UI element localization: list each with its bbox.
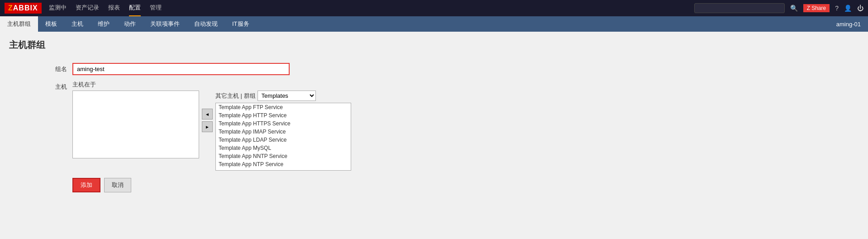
logout-icon[interactable]: ⏻ bbox=[857, 5, 863, 12]
subnav-event-correlation[interactable]: 关联项事件 bbox=[143, 16, 187, 32]
list-item[interactable]: Template App NTP Service bbox=[216, 160, 351, 168]
list-item[interactable]: Template App IMAP Service bbox=[216, 128, 351, 136]
user-icon[interactable]: 👤 bbox=[844, 5, 852, 12]
list-item[interactable]: Template App NNTP Service bbox=[216, 152, 351, 160]
hosts-in-group-listbox[interactable] bbox=[72, 91, 199, 158]
form-container: 组名 主机 主机在于 ◄ bbox=[9, 58, 859, 197]
subnav-templates[interactable]: 模板 bbox=[38, 16, 64, 32]
help-icon[interactable]: ? bbox=[835, 5, 839, 12]
group-name-label: 组名 bbox=[9, 63, 72, 73]
share-label: Share bbox=[811, 5, 826, 11]
nav-monitor[interactable]: 监测中 bbox=[49, 0, 67, 16]
subnav-host-groups[interactable]: 主机群组 bbox=[0, 16, 38, 32]
list-item[interactable]: Template App FTP Service bbox=[216, 103, 351, 111]
right-side: 其它主机 | 群组 Templates Linux servers Window… bbox=[215, 91, 351, 171]
current-user-label: aming-01 bbox=[836, 21, 868, 28]
share-button[interactable]: Z Share bbox=[803, 4, 830, 12]
list-item[interactable]: Template App MySQL bbox=[216, 144, 351, 152]
search-icon: 🔍 bbox=[790, 5, 798, 12]
search-input[interactable] bbox=[694, 3, 785, 13]
top-menu: 监测中 资产记录 报表 配置 管理 bbox=[49, 0, 694, 16]
zabbix-logo: ZABBIX bbox=[5, 3, 42, 14]
form-buttons: 添加 取消 bbox=[9, 178, 859, 192]
group-name-control bbox=[72, 63, 859, 75]
other-hosts-listbox[interactable]: Template App FTP Service Template App HT… bbox=[215, 103, 351, 171]
hosts-in-group-label: 主机在于 bbox=[72, 81, 351, 89]
page-title: 主机群组 bbox=[9, 39, 859, 51]
subnav-actions[interactable]: 动作 bbox=[117, 16, 143, 32]
other-hosts-label: 其它主机 | 群组 bbox=[215, 92, 256, 100]
transfer-buttons: ◄ ► bbox=[202, 91, 213, 132]
logo-text: Z bbox=[8, 4, 13, 12]
group-select[interactable]: Templates Linux servers Windows servers bbox=[258, 91, 316, 101]
nav-reports[interactable]: 报表 bbox=[108, 0, 120, 16]
list-item[interactable]: Template App HTTPS Service bbox=[216, 120, 351, 128]
transfer-left-button[interactable]: ◄ bbox=[202, 109, 213, 120]
top-nav-right: 🔍 Z Share ? 👤 ⏻ bbox=[694, 3, 863, 13]
subnav-it-services[interactable]: IT服务 bbox=[225, 16, 257, 32]
sub-navigation: 主机群组 模板 主机 维护 动作 关联项事件 自动发现 IT服务 aming-0… bbox=[0, 16, 868, 32]
share-z-icon: Z bbox=[807, 5, 810, 11]
list-item[interactable]: Template App LDAP Service bbox=[216, 136, 351, 144]
group-name-input[interactable] bbox=[72, 63, 290, 75]
transfer-right-button[interactable]: ► bbox=[202, 121, 213, 132]
nav-admin[interactable]: 管理 bbox=[150, 0, 162, 16]
logo-text2: ABBIX bbox=[13, 4, 38, 12]
list-item[interactable]: Template App POP Service bbox=[216, 168, 351, 171]
hosts-section: 主机在于 ◄ ► bbox=[72, 81, 351, 171]
subnav-maintenance[interactable]: 维护 bbox=[91, 16, 117, 32]
other-hosts-header: 其它主机 | 群组 Templates Linux servers Window… bbox=[215, 91, 351, 101]
subnav-hosts[interactable]: 主机 bbox=[64, 16, 91, 32]
top-navigation: ZABBIX 监测中 资产记录 报表 配置 管理 🔍 Z Share ? 👤 ⏻ bbox=[0, 0, 868, 16]
hosts-row: 主机 主机在于 ◄ ► bbox=[9, 81, 859, 171]
group-name-row: 组名 bbox=[9, 63, 859, 75]
nav-assets[interactable]: 资产记录 bbox=[76, 0, 99, 16]
hosts-label: 主机 bbox=[9, 81, 72, 91]
list-item[interactable]: Template App HTTP Service bbox=[216, 111, 351, 120]
nav-config[interactable]: 配置 bbox=[129, 0, 141, 16]
subnav-autodiscovery[interactable]: 自动发现 bbox=[187, 16, 225, 32]
cancel-button[interactable]: 取消 bbox=[104, 178, 131, 192]
add-button[interactable]: 添加 bbox=[72, 178, 100, 192]
page-content: 主机群组 组名 主机 主机在于 bbox=[0, 32, 868, 204]
